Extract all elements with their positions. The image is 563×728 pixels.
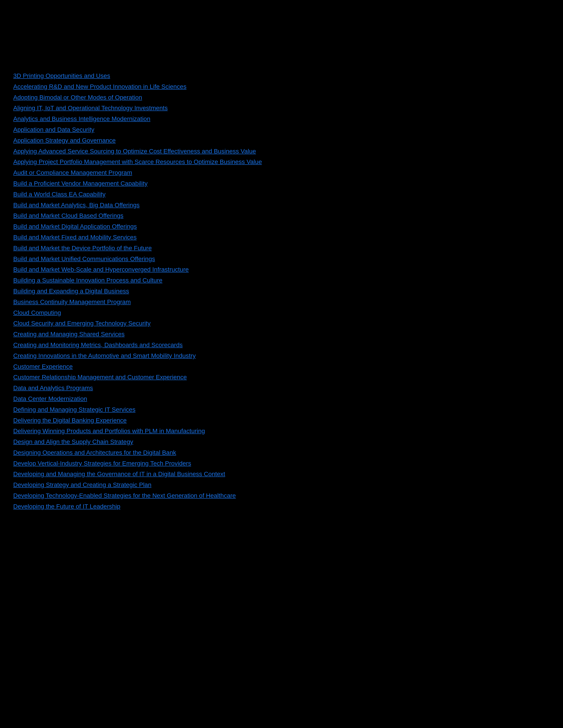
- list-link-4[interactable]: Analytics and Business Intelligence Mode…: [13, 115, 150, 122]
- list-link-18[interactable]: Build and Market Web-Scale and Hyperconv…: [13, 266, 189, 273]
- list-link-26[interactable]: Creating Innovations in the Automotive a…: [13, 352, 195, 359]
- list-link-35[interactable]: Designing Operations and Architectures f…: [13, 449, 176, 456]
- list-link-21[interactable]: Business Continuity Management Program: [13, 298, 131, 305]
- list-link-14[interactable]: Build and Market Digital Application Off…: [13, 223, 137, 230]
- list-item: Build and Market Analytics, Big Data Off…: [13, 200, 550, 211]
- list-item: Build and Market Fixed and Mobility Serv…: [13, 232, 550, 243]
- list-link-33[interactable]: Delivering Winning Products and Portfoli…: [13, 428, 205, 434]
- list-item: Customer Experience: [13, 361, 550, 372]
- list-link-12[interactable]: Build and Market Analytics, Big Data Off…: [13, 202, 139, 208]
- list-item: Developing Technology-Enabled Strategies…: [13, 490, 550, 501]
- list-link-38[interactable]: Developing Strategy and Creating a Strat…: [13, 481, 151, 488]
- list-item: Cloud Computing: [13, 308, 550, 318]
- list-link-9[interactable]: Audit or Compliance Management Program: [13, 169, 132, 176]
- list-link-11[interactable]: Build a World Class EA Capability: [13, 191, 105, 198]
- list-item: Aligning IT, IoT and Operational Technol…: [13, 103, 550, 114]
- list-link-27[interactable]: Customer Experience: [13, 363, 73, 370]
- list-link-37[interactable]: Developing and Managing the Governance o…: [13, 471, 225, 477]
- list-link-6[interactable]: Application Strategy and Governance: [13, 137, 116, 144]
- list-item: Build a Proficient Vendor Management Cap…: [13, 178, 550, 189]
- list-link-31[interactable]: Defining and Managing Strategic IT Servi…: [13, 406, 135, 413]
- list-item: Adopting Bimodal or Other Modes of Opera…: [13, 92, 550, 103]
- list-link-20[interactable]: Building and Expanding a Digital Busines…: [13, 288, 129, 295]
- list-item: Design and Align the Supply Chain Strate…: [13, 437, 550, 447]
- list-link-15[interactable]: Build and Market Fixed and Mobility Serv…: [13, 234, 137, 241]
- list-item: Build and Market the Device Portfolio of…: [13, 243, 550, 254]
- list-link-29[interactable]: Data and Analytics Programs: [13, 385, 93, 391]
- list-item: Application Strategy and Governance: [13, 135, 550, 146]
- list-link-30[interactable]: Data Center Modernization: [13, 395, 87, 402]
- list-item: Applying Project Portfolio Management wi…: [13, 157, 550, 167]
- list-item: Developing the Future of IT Leadership: [13, 501, 550, 512]
- list-item: Developing and Managing the Governance o…: [13, 469, 550, 480]
- list-item: Analytics and Business Intelligence Mode…: [13, 114, 550, 124]
- list-item: Customer Relationship Management and Cus…: [13, 372, 550, 383]
- list-item: Build and Market Unified Communications …: [13, 254, 550, 265]
- list-link-3[interactable]: Aligning IT, IoT and Operational Technol…: [13, 105, 167, 111]
- list-link-1[interactable]: Accelerating R&D and New Product Innovat…: [13, 83, 186, 90]
- list-item: Cloud Security and Emerging Technology S…: [13, 318, 550, 329]
- list-link-8[interactable]: Applying Project Portfolio Management wi…: [13, 158, 262, 165]
- list-link-13[interactable]: Build and Market Cloud Based Offerings: [13, 212, 123, 219]
- list-link-5[interactable]: Application and Data Security: [13, 126, 94, 133]
- list-link-10[interactable]: Build a Proficient Vendor Management Cap…: [13, 180, 148, 187]
- list-item: Accelerating R&D and New Product Innovat…: [13, 81, 550, 92]
- list-link-39[interactable]: Developing Technology-Enabled Strategies…: [13, 492, 236, 499]
- list-link-25[interactable]: Creating and Monitoring Metrics, Dashboa…: [13, 341, 182, 348]
- list-link-24[interactable]: Creating and Managing Shared Services: [13, 331, 124, 338]
- list-link-34[interactable]: Design and Align the Supply Chain Strate…: [13, 438, 133, 445]
- list-link-23[interactable]: Cloud Security and Emerging Technology S…: [13, 320, 150, 327]
- list-link-16[interactable]: Build and Market the Device Portfolio of…: [13, 245, 152, 251]
- list-item: Business Continuity Management Program: [13, 297, 550, 308]
- list-link-17[interactable]: Build and Market Unified Communications …: [13, 255, 155, 262]
- list-item: Build and Market Web-Scale and Hyperconv…: [13, 264, 550, 275]
- list-item: Applying Advanced Service Sourcing to Op…: [13, 146, 550, 157]
- list-item: Delivering the Digital Banking Experienc…: [13, 415, 550, 426]
- list-link-40[interactable]: Developing the Future of IT Leadership: [13, 503, 120, 510]
- list-item: Building and Expanding a Digital Busines…: [13, 286, 550, 297]
- list-link-19[interactable]: Building a Sustainable Innovation Proces…: [13, 277, 162, 284]
- list-link-2[interactable]: Adopting Bimodal or Other Modes of Opera…: [13, 94, 142, 101]
- list-item: Designing Operations and Architectures f…: [13, 447, 550, 458]
- list-item: Building a Sustainable Innovation Proces…: [13, 275, 550, 286]
- list-item: Develop Vertical-Industry Strategies for…: [13, 458, 550, 469]
- list-item: Build and Market Cloud Based Offerings: [13, 210, 550, 221]
- list-item: Data and Analytics Programs: [13, 383, 550, 394]
- link-list: 3D Printing Opportunities and UsesAccele…: [13, 71, 550, 512]
- list-item: Defining and Managing Strategic IT Servi…: [13, 404, 550, 415]
- list-link-0[interactable]: 3D Printing Opportunities and Uses: [13, 72, 110, 79]
- list-item: Delivering Winning Products and Portfoli…: [13, 426, 550, 437]
- list-item: Data Center Modernization: [13, 394, 550, 404]
- list-item: Build and Market Digital Application Off…: [13, 221, 550, 232]
- list-link-32[interactable]: Delivering the Digital Banking Experienc…: [13, 417, 127, 424]
- list-link-7[interactable]: Applying Advanced Service Sourcing to Op…: [13, 148, 256, 155]
- list-link-28[interactable]: Customer Relationship Management and Cus…: [13, 374, 187, 381]
- list-item: Creating and Managing Shared Services: [13, 329, 550, 340]
- list-link-36[interactable]: Develop Vertical-Industry Strategies for…: [13, 460, 191, 467]
- list-item: Build a World Class EA Capability: [13, 189, 550, 200]
- list-item: Creating Innovations in the Automotive a…: [13, 351, 550, 361]
- list-item: 3D Printing Opportunities and Uses: [13, 71, 550, 81]
- list-item: Creating and Monitoring Metrics, Dashboa…: [13, 340, 550, 351]
- list-link-22[interactable]: Cloud Computing: [13, 309, 61, 316]
- list-item: Developing Strategy and Creating a Strat…: [13, 480, 550, 490]
- list-item: Audit or Compliance Management Program: [13, 167, 550, 178]
- list-item: Application and Data Security: [13, 124, 550, 135]
